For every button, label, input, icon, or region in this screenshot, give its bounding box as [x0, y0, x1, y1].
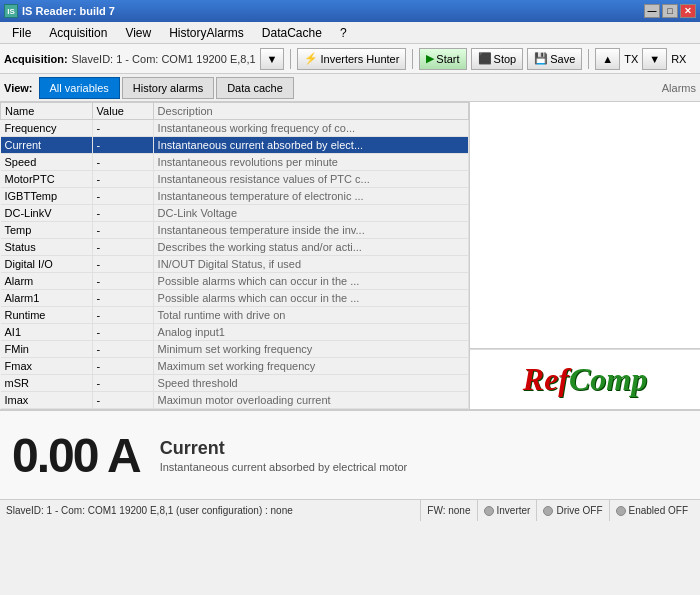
- tx-up-button[interactable]: ▲: [595, 48, 620, 70]
- app-icon: IS: [4, 4, 18, 18]
- table-row[interactable]: Alarm1-Possible alarms which can occur i…: [1, 290, 469, 307]
- cell-name: Digital I/O: [1, 256, 93, 273]
- cell-value: -: [92, 222, 153, 239]
- table-row[interactable]: Status-Describes the working status and/…: [1, 239, 469, 256]
- status-drive: Drive OFF: [536, 500, 608, 521]
- table-row[interactable]: Current-Instantaneous current absorbed b…: [1, 137, 469, 154]
- cell-value: -: [92, 375, 153, 392]
- right-panel: RefComp: [470, 102, 700, 409]
- table-row[interactable]: Runtime-Total runtime with drive on: [1, 307, 469, 324]
- cell-name: Alarm1: [1, 290, 93, 307]
- cell-name: Current: [1, 137, 93, 154]
- col-header-value: Value: [92, 103, 153, 120]
- cell-desc: DC-Link Voltage: [153, 205, 468, 222]
- stop-button[interactable]: ⬛ Stop: [471, 48, 524, 70]
- cell-desc: Maximun motor overloading current: [153, 392, 468, 409]
- cell-name: DC-LinkV: [1, 205, 93, 222]
- drive-led: [543, 506, 553, 516]
- menu-datacache[interactable]: DataCache: [254, 24, 330, 42]
- tab-data-cache[interactable]: Data cache: [216, 77, 294, 99]
- menu-help[interactable]: ?: [332, 24, 355, 42]
- table-row[interactable]: AI1-Analog input1: [1, 324, 469, 341]
- minimize-button[interactable]: —: [644, 4, 660, 18]
- inverters-hunter-button[interactable]: ⚡ Inverters Hunter: [297, 48, 406, 70]
- variables-table: Name Value Description Frequency-Instant…: [0, 102, 469, 409]
- table-row[interactable]: IGBTTemp-Instantaneous temperature of el…: [1, 188, 469, 205]
- tab-history-alarms[interactable]: History alarms: [122, 77, 214, 99]
- menu-view[interactable]: View: [117, 24, 159, 42]
- cell-desc: Total runtime with drive on: [153, 307, 468, 324]
- table-row[interactable]: FMin-Minimum set working frequency: [1, 341, 469, 358]
- chart-area: [470, 102, 700, 349]
- table-row[interactable]: Digital I/O-IN/OUT Digital Status, if us…: [1, 256, 469, 273]
- bottom-var-name: Current: [160, 438, 408, 459]
- alarm-label: Alarms: [662, 82, 696, 94]
- cell-name: Frequency: [1, 120, 93, 137]
- cell-name: mSR: [1, 375, 93, 392]
- rx-down-button[interactable]: ▼: [642, 48, 667, 70]
- left-panel: Name Value Description Frequency-Instant…: [0, 102, 470, 409]
- table-row[interactable]: Fmax-Maximum set working frequency: [1, 358, 469, 375]
- save-button[interactable]: 💾 Save: [527, 48, 582, 70]
- rx-label: RX: [671, 53, 686, 65]
- maximize-button[interactable]: □: [662, 4, 678, 18]
- col-header-name: Name: [1, 103, 93, 120]
- cell-value: -: [92, 273, 153, 290]
- cell-name: Alarm: [1, 273, 93, 290]
- status-right: FW: none Inverter Drive OFF Enabled OFF: [420, 500, 694, 521]
- table-row[interactable]: Temp-Instantaneous temperature inside th…: [1, 222, 469, 239]
- menu-historyalarms[interactable]: HistoryAlarms: [161, 24, 252, 42]
- cell-value: -: [92, 392, 153, 409]
- inverters-hunter-icon: ⚡: [304, 52, 318, 65]
- cell-desc: Speed threshold: [153, 375, 468, 392]
- toolbar: Acquisition: SlaveID: 1 - Com: COM1 1920…: [0, 44, 700, 74]
- tab-all-variables[interactable]: All variables: [39, 77, 120, 99]
- table-row[interactable]: mSR-Speed threshold: [1, 375, 469, 392]
- cell-value: -: [92, 290, 153, 307]
- cell-desc: Describes the working status and/or acti…: [153, 239, 468, 256]
- enabled-led: [616, 506, 626, 516]
- start-icon: ▶: [426, 52, 434, 65]
- table-row[interactable]: DC-LinkV-DC-Link Voltage: [1, 205, 469, 222]
- cell-name: Runtime: [1, 307, 93, 324]
- status-left-text: SlaveID: 1 - Com: COM1 19200 E,8,1 (user…: [6, 505, 420, 516]
- cell-name: Temp: [1, 222, 93, 239]
- cell-desc: Possible alarms which can occur in the .…: [153, 273, 468, 290]
- cell-desc: Instantaneous working frequency of co...: [153, 120, 468, 137]
- table-row[interactable]: Speed-Instantaneous revolutions per minu…: [1, 154, 469, 171]
- statusbar: SlaveID: 1 - Com: COM1 19200 E,8,1 (user…: [0, 499, 700, 521]
- table-body: Frequency-Instantaneous working frequenc…: [1, 120, 469, 409]
- cell-desc: Instantaneous current absorbed by elect.…: [153, 137, 468, 154]
- menu-acquisition[interactable]: Acquisition: [41, 24, 115, 42]
- inverter-led: [484, 506, 494, 516]
- table-scroll[interactable]: Name Value Description Frequency-Instant…: [0, 102, 469, 409]
- save-icon: 💾: [534, 52, 548, 65]
- cell-value: -: [92, 205, 153, 222]
- app-title: IS Reader: build 7: [22, 5, 115, 17]
- table-row[interactable]: Imax-Maximun motor overloading current: [1, 392, 469, 409]
- table-row[interactable]: MotorPTC-Instantaneous resistance values…: [1, 171, 469, 188]
- cell-name: AI1: [1, 324, 93, 341]
- cell-desc: Instantaneous temperature of electronic …: [153, 188, 468, 205]
- cell-name: Status: [1, 239, 93, 256]
- table-row[interactable]: Frequency-Instantaneous working frequenc…: [1, 120, 469, 137]
- menu-file[interactable]: File: [4, 24, 39, 42]
- cell-name: Fmax: [1, 358, 93, 375]
- close-button[interactable]: ✕: [680, 4, 696, 18]
- cell-desc: Analog input1: [153, 324, 468, 341]
- cell-value: -: [92, 120, 153, 137]
- dropdown-arrow-button[interactable]: ▼: [260, 48, 285, 70]
- start-button[interactable]: ▶ Start: [419, 48, 466, 70]
- bottom-info: Current Instantaneous current absorbed b…: [160, 438, 408, 473]
- cell-value: -: [92, 358, 153, 375]
- main-content: Name Value Description Frequency-Instant…: [0, 102, 700, 409]
- enabled-label: Enabled OFF: [629, 505, 688, 516]
- table-row[interactable]: Alarm-Possible alarms which can occur in…: [1, 273, 469, 290]
- titlebar: IS IS Reader: build 7 — □ ✕: [0, 0, 700, 22]
- cell-value: -: [92, 137, 153, 154]
- view-label: View:: [4, 82, 33, 94]
- status-enabled: Enabled OFF: [609, 500, 694, 521]
- tx-label: TX: [624, 53, 638, 65]
- fw-label: FW: none: [427, 505, 470, 516]
- cell-desc: Instantaneous revolutions per minute: [153, 154, 468, 171]
